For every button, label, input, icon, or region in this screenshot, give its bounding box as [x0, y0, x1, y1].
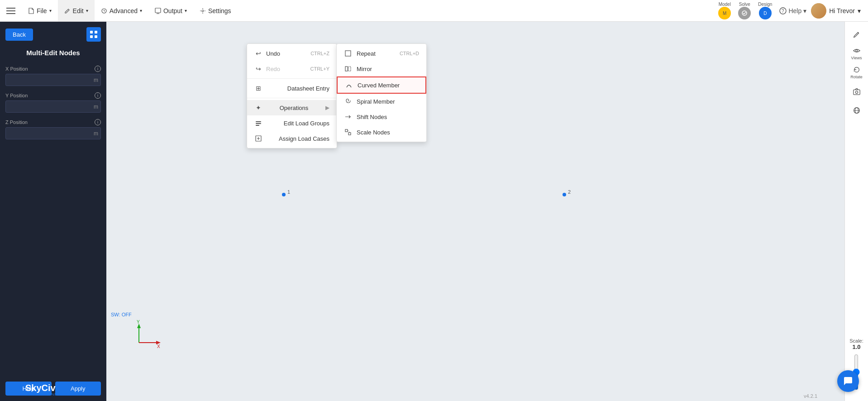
mode-model[interactable]: Model M	[715, 1, 734, 20]
hamburger-menu[interactable]	[0, 0, 22, 22]
svg-rect-27	[345, 129, 348, 132]
z-position-wrap: m	[5, 127, 101, 139]
svg-rect-2	[6, 13, 15, 14]
mirror-label: Mirror	[357, 66, 372, 72]
grid-button[interactable]	[86, 27, 101, 42]
z-unit: m	[94, 130, 98, 137]
assign-load-cases-icon	[254, 134, 262, 143]
advanced-chevron: ▾	[140, 8, 142, 13]
mode-design-indicator: D	[759, 7, 772, 19]
shift-nodes-icon	[344, 113, 352, 121]
rt-eye-button[interactable]: Views	[847, 44, 867, 62]
y-position-input[interactable]	[5, 100, 101, 113]
ops-item-scale-nodes[interactable]: Scale Nodes	[337, 124, 426, 140]
settings-label: Settings	[208, 7, 231, 14]
svg-text:?: ?	[782, 9, 784, 14]
user-greeting: Hi Trevor	[829, 7, 855, 14]
z-position-field: Z Position i m	[5, 119, 101, 139]
svg-rect-4	[155, 8, 161, 13]
sw-off-label: SW: OFF	[111, 312, 132, 317]
nav-advanced[interactable]: Advanced ▾	[95, 0, 148, 21]
rt-pencil-button[interactable]	[847, 25, 867, 43]
main-canvas[interactable]: SW: OFF 1 2 Y X ↩ Undo CTRL+Z	[106, 22, 844, 401]
user-chevron: ▾	[858, 7, 861, 14]
rt-rotate-button[interactable]: Rotate	[847, 63, 867, 81]
svg-point-5	[202, 10, 204, 12]
menu-item-undo[interactable]: ↩ Undo CTRL+Z	[247, 46, 337, 61]
chat-button[interactable]	[837, 370, 859, 392]
settings-icon	[200, 8, 206, 14]
scale-label: Scale:	[849, 338, 863, 344]
scale-value: 1.0	[852, 344, 860, 350]
y-info-icon[interactable]: i	[95, 92, 101, 99]
topbar-right: Model M Solve Design D ? Help ▾	[715, 1, 868, 20]
ops-item-repeat[interactable]: Repeat CTRL+D	[337, 46, 426, 61]
edit-load-groups-icon	[254, 119, 262, 127]
file-icon	[28, 8, 34, 14]
x-position-input[interactable]	[5, 74, 101, 86]
camera-icon	[853, 87, 861, 95]
x-position-label: X Position i	[5, 66, 101, 72]
node-2[interactable]	[563, 193, 566, 196]
topbar: File ▾ Edit ▾ Advanced ▾ Output ▾	[0, 0, 868, 22]
z-info-icon[interactable]: i	[95, 119, 101, 125]
skyciv-logo: SkyCiv CLOUD ENGINEERING SOFTWARE	[5, 383, 95, 396]
svg-text:X: X	[157, 344, 160, 349]
operations-arrow: ▶	[325, 105, 329, 111]
nav-output[interactable]: Output ▾	[148, 0, 193, 21]
spiral-member-label: Spiral Member	[357, 98, 395, 105]
eye-icon	[853, 47, 861, 55]
svg-rect-28	[348, 133, 351, 135]
node-1[interactable]	[282, 193, 286, 196]
svg-rect-26	[348, 67, 351, 71]
node-1-label: 1	[287, 189, 290, 195]
nav-edit[interactable]: Edit ▾	[58, 0, 95, 21]
menu-item-edit-load-groups[interactable]: Edit Load Groups	[247, 115, 337, 131]
svg-rect-10	[95, 31, 97, 33]
help-button[interactable]: ? Help ▾	[779, 7, 806, 14]
menu-item-assign-load-cases[interactable]: Assign Load Cases	[247, 131, 337, 146]
pencil-icon	[853, 30, 861, 38]
menu-item-datasheet[interactable]: ⊞ Datasheet Entry	[247, 81, 337, 96]
sidebar-top: Back	[5, 27, 101, 42]
x-unit: m	[94, 77, 98, 83]
rotate-label: Rotate	[850, 75, 863, 79]
user-area[interactable]: Hi Trevor ▾	[811, 3, 861, 19]
x-info-icon[interactable]: i	[95, 66, 101, 72]
curved-member-label: Curved Member	[358, 82, 400, 89]
back-button[interactable]: Back	[5, 29, 33, 41]
ops-item-spiral-member[interactable]: Spiral Member	[337, 94, 426, 109]
menu-item-redo: ↪ Redo CTRL+Y	[247, 61, 337, 76]
ops-item-shift-nodes[interactable]: Shift Nodes	[337, 109, 426, 124]
svg-rect-9	[90, 31, 93, 33]
ops-item-curved-member[interactable]: Curved Member	[337, 76, 426, 94]
y-unit: m	[94, 104, 98, 110]
redo-shortcut: CTRL+Y	[310, 66, 330, 72]
undo-label: Undo	[266, 50, 280, 57]
nav-settings[interactable]: Settings	[193, 0, 238, 21]
nav-file[interactable]: File ▾	[22, 0, 58, 21]
menu-item-operations[interactable]: ✦ Operations ▶	[247, 100, 337, 115]
avatar	[811, 3, 826, 19]
mode-design[interactable]: Design D	[755, 1, 775, 20]
main-layout: Back Multi-Edit Nodes X Position i m	[0, 22, 868, 401]
curved-member-icon	[345, 81, 353, 89]
svg-rect-12	[95, 35, 97, 38]
z-position-input[interactable]	[5, 127, 101, 139]
mode-model-label: Model	[719, 2, 731, 7]
edit-load-groups-label: Edit Load Groups	[284, 120, 329, 127]
rt-layer-button[interactable]	[847, 101, 867, 119]
ops-item-mirror[interactable]: Mirror	[337, 61, 426, 76]
svg-rect-30	[853, 90, 859, 95]
shift-nodes-label: Shift Nodes	[357, 114, 387, 120]
rt-camera-button[interactable]	[847, 82, 867, 100]
sidebar-title: Multi-Edit Nodes	[5, 49, 101, 57]
advanced-label: Advanced	[110, 7, 138, 14]
redo-icon: ↪	[254, 65, 262, 73]
mirror-icon	[344, 65, 352, 73]
chat-icon	[843, 376, 854, 387]
mode-solve[interactable]: Solve	[735, 1, 754, 20]
mode-buttons: Model M Solve Design D	[715, 1, 775, 20]
mode-design-label: Design	[758, 2, 772, 7]
mode-model-indicator: M	[718, 7, 731, 19]
